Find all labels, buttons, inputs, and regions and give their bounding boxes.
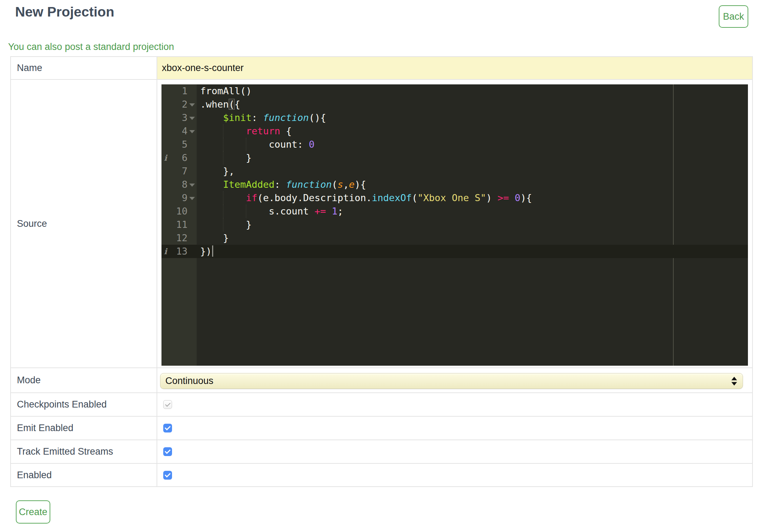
indent-guide [223, 205, 223, 218]
code-line-text: count: 0 [197, 138, 748, 151]
editor-line[interactable]: 9 if(e.body.Description.indexOf("Xbox On… [161, 191, 748, 205]
gutter-cell: 10 [161, 205, 197, 218]
indent-guide [223, 138, 223, 151]
code-line-text: $init: function(){ [197, 111, 748, 124]
line-number: 3 [171, 111, 188, 124]
code-line-text: .when({ [197, 98, 748, 111]
gutter-cell: 2 [161, 98, 197, 111]
enabled-checkbox[interactable] [163, 471, 172, 480]
source-label: Source [11, 80, 157, 367]
emit-enabled-cell [157, 417, 752, 440]
editor-line[interactable]: i13}) [161, 245, 748, 258]
editor-line[interactable]: i6 } [161, 151, 748, 165]
line-number: 7 [171, 165, 188, 178]
mode-value-cell: Continuous [157, 368, 752, 392]
emit-enabled-row: Emit Enabled [11, 417, 752, 440]
name-input[interactable] [157, 57, 752, 79]
indent-guide [246, 205, 246, 218]
gutter-cell: 7 [161, 165, 197, 178]
arrow-down-icon [731, 382, 737, 385]
source-code-editor[interactable]: 1fromAll()2.when({3 $init: function(){4 … [161, 84, 748, 366]
source-value-cell: 1fromAll()2.when({3 $init: function(){4 … [157, 80, 752, 367]
editor-line[interactable]: 3 $init: function(){ [161, 111, 748, 124]
line-number: 5 [171, 138, 188, 151]
track-emitted-streams-row: Track Emitted Streams [11, 440, 752, 464]
emit-enabled-label: Emit Enabled [11, 417, 157, 440]
page-title: New Projection [15, 4, 114, 20]
gutter-cell: 1 [161, 84, 197, 98]
line-number: 13 [171, 245, 188, 258]
info-annotation-icon: i [161, 154, 171, 162]
line-number: 6 [171, 151, 188, 165]
code-line-text: return { [197, 124, 748, 138]
mode-select[interactable]: Continuous [160, 373, 743, 389]
line-number: 2 [171, 98, 188, 111]
track-emitted-streams-label: Track Emitted Streams [11, 440, 157, 463]
create-button[interactable]: Create [16, 500, 50, 524]
standard-projection-link[interactable]: You can also post a standard projection [8, 41, 174, 53]
fold-arrow-icon[interactable] [188, 196, 197, 200]
editor-line[interactable]: 12 } [161, 231, 748, 245]
indent-guide [223, 151, 223, 165]
line-number: 4 [171, 124, 188, 138]
fold-arrow-icon[interactable] [188, 102, 197, 107]
code-line-text: }) [197, 245, 748, 258]
indent-guide [223, 218, 223, 231]
gutter-cell: 4 [161, 124, 197, 138]
projection-form-table: Name Source 1fromAll()2.when({3 $init: f… [10, 56, 753, 487]
mode-select-value: Continuous [160, 376, 214, 386]
source-row: Source 1fromAll()2.when({3 $init: functi… [11, 80, 752, 368]
name-value-cell [157, 57, 752, 79]
checkpoints-enabled-checkbox[interactable] [163, 400, 172, 409]
editor-line[interactable]: 11 } [161, 218, 748, 231]
checkpoints-enabled-row: Checkpoints Enabled [11, 393, 752, 417]
editor-line[interactable]: 4 return { [161, 124, 748, 138]
arrow-up-icon [731, 377, 737, 380]
code-line-text: }, [197, 165, 748, 178]
editor-line[interactable]: 7 }, [161, 165, 748, 178]
code-line-text: } [197, 231, 748, 245]
enabled-row: Enabled [11, 464, 752, 486]
checkpoints-enabled-label: Checkpoints Enabled [11, 393, 157, 416]
editor-line[interactable]: 5 count: 0 [161, 138, 748, 151]
line-number: 9 [171, 191, 188, 205]
checkpoints-enabled-cell [157, 393, 752, 416]
back-button[interactable]: Back [719, 5, 748, 28]
info-annotation-icon: i [161, 247, 171, 256]
emit-enabled-checkbox[interactable] [163, 424, 172, 432]
gutter-cell: i13 [161, 245, 197, 258]
code-line-text: s.count += 1; [197, 205, 748, 218]
fold-arrow-icon[interactable] [188, 116, 197, 120]
gutter-cell: 12 [161, 231, 197, 245]
name-label: Name [11, 57, 157, 79]
fold-arrow-icon[interactable] [188, 129, 197, 133]
gutter-cell: i6 [161, 151, 197, 165]
track-emitted-streams-cell [157, 440, 752, 463]
select-arrows-icon [731, 377, 737, 385]
gutter-cell: 5 [161, 138, 197, 151]
code-line-text: if(e.body.Description.indexOf("Xbox One … [197, 191, 748, 205]
track-emitted-streams-checkbox[interactable] [163, 447, 172, 456]
mode-row: Mode Continuous [11, 368, 752, 393]
line-number: 1 [171, 84, 188, 98]
line-number: 10 [171, 205, 188, 218]
line-number: 11 [171, 218, 188, 231]
gutter-cell: 3 [161, 111, 197, 124]
enabled-label: Enabled [11, 464, 157, 486]
line-number: 8 [171, 178, 188, 191]
editor-line[interactable]: 1fromAll() [161, 84, 748, 98]
mode-label: Mode [11, 368, 157, 392]
fold-arrow-icon[interactable] [188, 182, 197, 187]
code-line-text: ItemAdded: function(s,e){ [197, 178, 748, 191]
indent-guide [223, 191, 223, 205]
editor-line[interactable]: 8 ItemAdded: function(s,e){ [161, 178, 748, 191]
editor-line[interactable]: 2.when({ [161, 98, 748, 111]
gutter-cell: 8 [161, 178, 197, 191]
line-number: 12 [171, 231, 188, 245]
code-line-text: } [197, 218, 748, 231]
enabled-cell [157, 464, 752, 486]
gutter-cell: 11 [161, 218, 197, 231]
code-line-text: } [197, 151, 748, 165]
indent-guide [246, 138, 246, 151]
editor-line[interactable]: 10 s.count += 1; [161, 205, 748, 218]
